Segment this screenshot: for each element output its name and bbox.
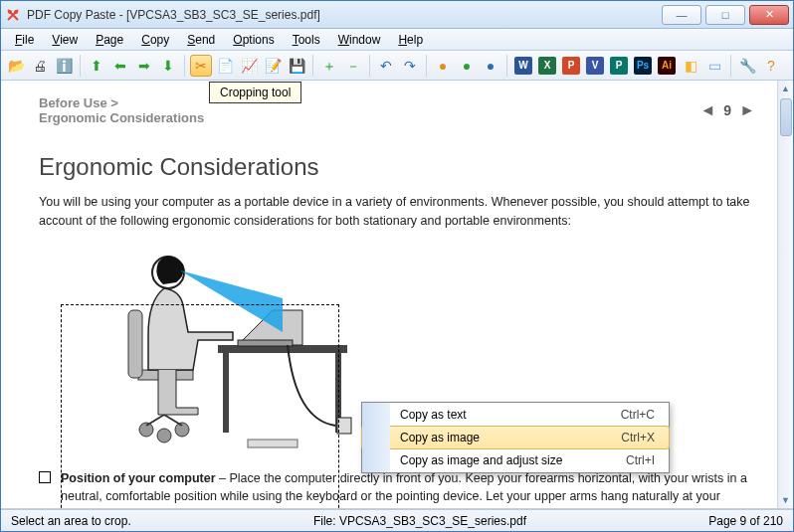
status-page: Page 9 of 210	[708, 514, 783, 528]
crop-tool-icon[interactable]: ✂	[190, 55, 212, 77]
chart-icon[interactable]: 📈	[238, 55, 260, 77]
breadcrumb: Before Use >	[39, 95, 204, 110]
help-icon[interactable]: ?	[760, 55, 782, 77]
document-viewport[interactable]: ▲ ▼ Before Use > Ergonomic Consideration…	[1, 81, 793, 509]
left-green-icon[interactable]: ⬅	[109, 55, 131, 77]
context-menu: Copy as textCtrl+CCopy as imageCtrl+XCop…	[361, 402, 670, 473]
visio-icon[interactable]: V	[584, 55, 606, 77]
menu-send[interactable]: Send	[179, 31, 223, 49]
context-item-copy-as-image-and-adjust-size[interactable]: Copy as image and adjust sizeCtrl+I	[362, 448, 669, 472]
checkbox-icon	[39, 471, 51, 483]
svg-rect-17	[337, 418, 351, 434]
section-header: Ergonomic Considerations	[39, 110, 204, 125]
remove-green-icon[interactable]: －	[342, 55, 364, 77]
menu-copy[interactable]: Copy	[133, 31, 177, 49]
dot-orange-icon[interactable]: ●	[432, 55, 454, 77]
illustrator-icon[interactable]: Ai	[656, 55, 678, 77]
menu-tools[interactable]: Tools	[285, 31, 328, 49]
dot-blue-icon[interactable]: ●	[480, 55, 501, 77]
info-icon[interactable]: ℹ️	[53, 55, 75, 77]
context-item-copy-as-text[interactable]: Copy as textCtrl+C	[362, 403, 669, 427]
vertical-scrollbar[interactable]: ▲ ▼	[777, 81, 793, 508]
menu-file[interactable]: File	[7, 31, 42, 49]
svg-point-1	[14, 10, 18, 14]
menu-help[interactable]: Help	[390, 31, 431, 49]
menu-view[interactable]: View	[44, 31, 86, 49]
add-green-icon[interactable]: ＋	[318, 55, 340, 77]
page-heading: Ergonomic Considerations	[39, 153, 755, 181]
window-titlebar: PDF Copy Paste - [VPCSA3_SB3_SC3_SE_seri…	[1, 1, 793, 29]
excel-icon[interactable]: X	[536, 55, 558, 77]
print-icon[interactable]: 🖨	[29, 55, 51, 77]
close-button[interactable]: ✕	[749, 5, 789, 25]
menu-options[interactable]: Options	[225, 31, 282, 49]
copy-icon[interactable]: 📄	[214, 55, 236, 77]
tooltip: Cropping tool	[209, 82, 301, 103]
svg-point-0	[8, 10, 12, 14]
open-icon[interactable]: 📂	[5, 55, 27, 77]
minimize-button[interactable]: —	[662, 5, 701, 25]
scroll-down-icon[interactable]: ▼	[778, 492, 793, 508]
next-page-icon[interactable]: ►	[739, 101, 755, 119]
app-icon	[5, 7, 21, 23]
down-green-icon[interactable]: ⬇	[157, 55, 179, 77]
prev-page-icon[interactable]: ◄	[700, 101, 716, 119]
intro-paragraph: You will be using your computer as a por…	[39, 193, 755, 231]
page-number: 9	[723, 102, 731, 118]
save-icon[interactable]: 💾	[286, 55, 307, 77]
dot-green-icon[interactable]: ●	[456, 55, 478, 77]
undo-icon[interactable]: ↶	[375, 55, 397, 77]
status-bar: Select an area to crop. File: VPCSA3_SB3…	[1, 509, 793, 531]
powerpoint-icon[interactable]: P	[560, 55, 582, 77]
doc-icon[interactable]: ▭	[703, 55, 725, 77]
status-hint: Select an area to crop.	[11, 514, 131, 528]
wrench-icon[interactable]: 🔧	[736, 55, 758, 77]
menu-page[interactable]: Page	[88, 31, 131, 49]
menu-window[interactable]: Window	[330, 31, 389, 49]
misc-icon[interactable]: ◧	[680, 55, 701, 77]
status-file: File: VPCSA3_SB3_SC3_SE_series.pdf	[313, 514, 526, 528]
right-green-icon[interactable]: ➡	[133, 55, 155, 77]
up-green-icon[interactable]: ⬆	[86, 55, 107, 77]
context-item-copy-as-image[interactable]: Copy as imageCtrl+X	[361, 426, 670, 449]
window-title: PDF Copy Paste - [VPCSA3_SB3_SC3_SE_seri…	[27, 8, 320, 22]
scroll-thumb[interactable]	[780, 98, 792, 136]
scroll-up-icon[interactable]: ▲	[778, 81, 793, 96]
publisher-icon[interactable]: P	[608, 55, 630, 77]
menu-bar: FileViewPageCopySendOptionsToolsWindowHe…	[1, 29, 793, 51]
text-icon[interactable]: 📝	[262, 55, 284, 77]
crop-selection[interactable]	[61, 304, 339, 509]
redo-icon[interactable]: ↷	[399, 55, 421, 77]
maximize-button[interactable]: □	[705, 5, 745, 25]
word-icon[interactable]: W	[512, 55, 534, 77]
photoshop-icon[interactable]: Ps	[632, 55, 654, 77]
toolbar: 📂🖨ℹ️⬆⬅➡⬇✂📄📈📝💾＋－↶↷●●●WXPVPPsAi◧▭🔧?	[1, 51, 793, 81]
